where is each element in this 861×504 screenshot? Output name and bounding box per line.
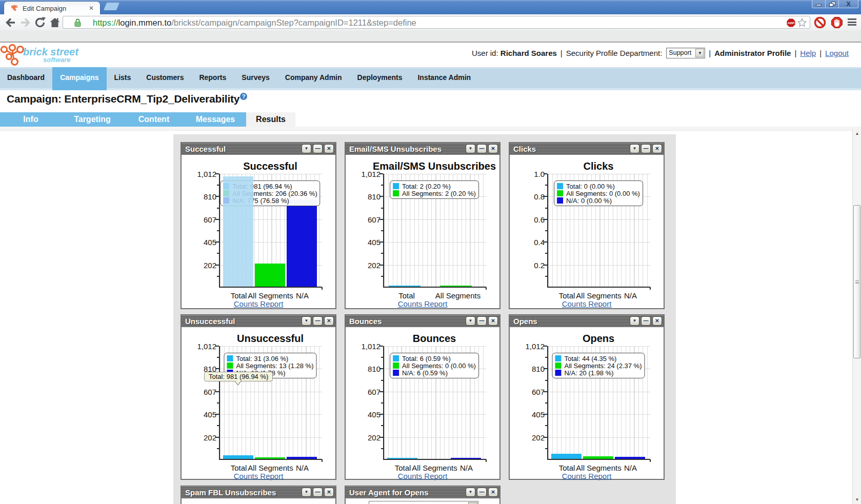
window-close-button[interactable]: X xyxy=(839,0,858,8)
nav-item-surveys[interactable]: Surveys xyxy=(234,67,277,88)
stop-hand-icon[interactable] xyxy=(831,16,843,29)
panel-collapse-button[interactable]: ▼ xyxy=(630,144,639,153)
bar-all-segments[interactable] xyxy=(440,286,472,287)
blocker-icon[interactable] xyxy=(814,16,826,29)
panel-close-button[interactable]: ✕ xyxy=(324,488,334,497)
panel-minimize-button[interactable]: — xyxy=(641,316,651,326)
panel-minimize-button[interactable]: — xyxy=(313,144,323,153)
panel-collapse-button[interactable]: ▼ xyxy=(302,488,311,497)
bar-total[interactable] xyxy=(223,176,253,287)
back-icon[interactable] xyxy=(5,16,17,29)
minimize-icon xyxy=(816,4,822,6)
panel-minimize-button[interactable]: — xyxy=(477,316,487,326)
bar-all-segments[interactable] xyxy=(255,264,285,287)
lock-icon[interactable] xyxy=(74,18,81,27)
nav-item-dashboard[interactable]: Dashboard xyxy=(0,67,52,88)
bar-n-a[interactable] xyxy=(451,458,481,459)
tab-content[interactable]: Content xyxy=(123,112,185,127)
panel-minimize-button[interactable]: — xyxy=(641,144,651,153)
bar-total[interactable] xyxy=(223,455,253,459)
panel-collapse-button[interactable]: ▼ xyxy=(466,316,475,326)
nav-item-customers[interactable]: Customers xyxy=(138,67,191,88)
menu-icon[interactable] xyxy=(848,18,856,26)
panel-close-button[interactable]: ✕ xyxy=(488,144,498,153)
user-agent-select[interactable] xyxy=(369,501,478,504)
y-axis-label: 405 xyxy=(514,410,545,419)
forward-icon[interactable] xyxy=(19,16,31,29)
bar-total[interactable] xyxy=(551,454,582,459)
department-select[interactable]: Support ▼ xyxy=(666,48,705,58)
x-axis-label: N/A xyxy=(272,291,333,300)
abp-icon[interactable]: ABP xyxy=(787,18,795,27)
address-bar[interactable]: https://login.mmen.to/brickst/campaign/c… xyxy=(63,16,810,29)
logout-link[interactable]: Logout xyxy=(825,49,849,57)
counts-report-link[interactable]: Counts Report xyxy=(234,472,284,480)
legend-swatch-total xyxy=(393,183,399,189)
url-text[interactable]: https://login.mmen.to/brickst/campaign/c… xyxy=(93,18,416,28)
nav-item-reports[interactable]: Reports xyxy=(191,67,234,88)
legend-swatch-total xyxy=(227,355,233,361)
panel-minimize-button[interactable]: — xyxy=(313,316,323,326)
panel-collapse-button[interactable]: ▼ xyxy=(466,488,475,497)
scrollbar-thumb[interactable] xyxy=(853,205,860,358)
bar-n-a[interactable] xyxy=(287,457,317,459)
nav-item-company-admin[interactable]: Company Admin xyxy=(277,67,350,88)
legend-label: N/A: 0 (0.00 %) xyxy=(566,197,612,205)
panel-close-button[interactable]: ✕ xyxy=(652,316,662,326)
minimize-icon: — xyxy=(477,145,486,153)
panel-close-button[interactable]: ✕ xyxy=(324,144,334,153)
panel-titlebar[interactable]: Spam FBL Unsubscribes▼—✕ xyxy=(182,487,335,498)
panel-titlebar[interactable]: Successful▼—✕ xyxy=(182,143,335,155)
panel-collapse-button[interactable]: ▼ xyxy=(466,144,475,153)
tab-messages[interactable]: Messages xyxy=(185,112,246,127)
panel-titlebar[interactable]: Clicks▼—✕ xyxy=(510,143,664,155)
counts-report-link[interactable]: Counts Report xyxy=(562,299,612,308)
counts-report-link[interactable]: Counts Report xyxy=(398,472,448,480)
help-icon[interactable]: ? xyxy=(240,93,247,100)
new-tab-button[interactable] xyxy=(104,3,119,10)
window-minimize-button[interactable] xyxy=(812,0,826,8)
bar-all-segments[interactable] xyxy=(255,457,285,459)
nav-item-lists[interactable]: Lists xyxy=(107,67,139,88)
star-icon[interactable] xyxy=(797,18,807,27)
panel-close-button[interactable]: ✕ xyxy=(652,144,662,153)
nav-item-instance-admin[interactable]: Instance Admin xyxy=(410,67,478,88)
panel-titlebar[interactable]: Unsuccessful▼—✕ xyxy=(182,315,335,327)
bar-total[interactable] xyxy=(387,458,417,459)
scrollbar[interactable]: ▲ ▼ xyxy=(852,129,861,504)
panel-minimize-button[interactable]: — xyxy=(313,488,323,497)
tab-info[interactable]: Info xyxy=(0,112,62,127)
panel-collapse-button[interactable]: ▼ xyxy=(302,316,311,326)
tab-targeting[interactable]: Targeting xyxy=(62,112,123,127)
panel-collapse-button[interactable]: ▼ xyxy=(302,144,311,153)
bar-total[interactable] xyxy=(389,286,421,287)
panel-titlebar[interactable]: Opens▼—✕ xyxy=(510,315,664,327)
counts-report-link[interactable]: Counts Report xyxy=(562,472,612,480)
browser-tab[interactable]: Edit Campaign ✕ xyxy=(4,1,101,14)
bar-n-a[interactable] xyxy=(615,457,645,459)
tab-results[interactable]: Results xyxy=(246,112,295,127)
home-icon[interactable] xyxy=(49,16,61,29)
panel-minimize-button[interactable]: — xyxy=(477,488,487,497)
panel-titlebar[interactable]: User Agent for Opens▼—✕ xyxy=(346,487,499,498)
help-link[interactable]: Help xyxy=(800,49,816,57)
reload-icon[interactable] xyxy=(34,16,46,29)
tab-close-icon[interactable]: ✕ xyxy=(88,5,95,12)
counts-report-link[interactable]: Counts Report xyxy=(234,299,284,308)
counts-report-link[interactable]: Counts Report xyxy=(398,299,448,308)
minimize-icon: — xyxy=(477,317,486,325)
nav-item-deployments[interactable]: Deployments xyxy=(350,67,410,88)
scroll-down-icon[interactable]: ▼ xyxy=(853,495,861,504)
panel-minimize-button[interactable]: — xyxy=(477,144,487,153)
panel-titlebar[interactable]: Bounces▼—✕ xyxy=(346,315,499,327)
panel-close-button[interactable]: ✕ xyxy=(488,316,498,326)
window-restore-button[interactable] xyxy=(826,0,839,8)
panel-close-button[interactable]: ✕ xyxy=(488,488,498,497)
panel-close-button[interactable]: ✕ xyxy=(324,316,334,326)
nav-item-campaigns[interactable]: Campaigns xyxy=(52,67,106,90)
bar-n-a[interactable] xyxy=(287,199,317,287)
panel-titlebar[interactable]: Email/SMS Unsubscribes▼—✕ xyxy=(346,143,499,155)
panel-collapse-button[interactable]: ▼ xyxy=(630,316,639,326)
bar-all-segments[interactable] xyxy=(583,456,613,459)
scroll-up-icon[interactable]: ▲ xyxy=(853,129,861,138)
